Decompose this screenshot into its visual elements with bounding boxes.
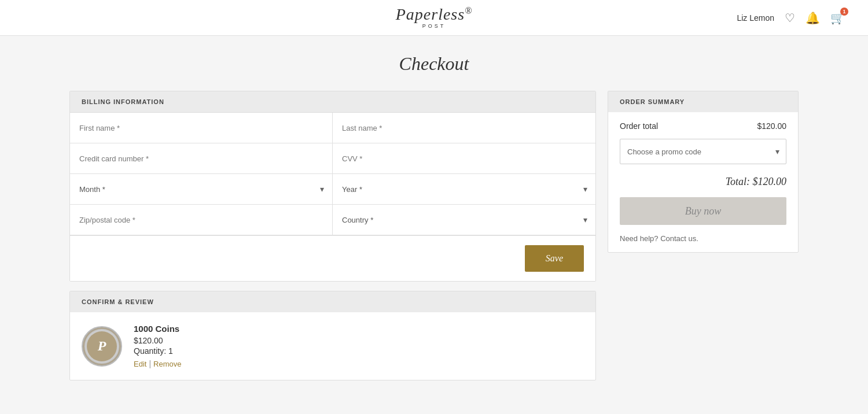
edit-link[interactable]: Edit (134, 360, 146, 368)
cvv-input[interactable] (333, 143, 595, 173)
contact-link[interactable]: Contact us. (660, 234, 698, 243)
remove-link[interactable]: Remove (153, 360, 181, 368)
last-name-input[interactable] (333, 113, 595, 143)
review-content: P 1000 Coins $120.00 Quantity: 1 Edit | … (70, 312, 595, 380)
billing-column: BILLING INFORMATION (69, 91, 596, 390)
year-select[interactable]: Year * 202420252026 202720282029 2030 (333, 174, 595, 204)
order-summary-body: Order total $120.00 Choose a promo code … (608, 112, 798, 252)
cvv-cell (333, 143, 595, 174)
product-actions: Edit | Remove (134, 359, 584, 368)
logo-text: Paperless® (396, 6, 473, 23)
year-cell: Year * 202420252026 202720282029 2030 (333, 174, 595, 205)
heart-icon[interactable]: ♡ (785, 11, 795, 25)
last-name-cell (333, 113, 595, 143)
summary-column: ORDER SUMMARY Order total $120.00 Choose… (608, 91, 799, 253)
notification-icon[interactable]: 🔔 (806, 11, 820, 25)
save-area: Save (70, 235, 595, 281)
logo: Paperless® POST (396, 6, 473, 29)
cart-icon[interactable]: 🛒 1 (830, 11, 845, 25)
review-section-header: CONFIRM & REVIEW (70, 291, 595, 312)
help-text: Need help? Contact us. (620, 234, 786, 243)
username: Liz Lemon (737, 13, 774, 23)
zip-cell (70, 205, 333, 235)
order-total-label: Order total (620, 121, 658, 131)
product-quantity: Quantity: 1 (134, 346, 584, 356)
cc-number-cell (70, 143, 333, 174)
product-name: 1000 Coins (134, 324, 584, 334)
buy-now-button[interactable]: Buy now (620, 197, 786, 225)
billing-form: Month * JanuaryFebruaryMarch AprilMayJun… (70, 112, 595, 235)
order-total-row: Order total $120.00 (620, 121, 786, 131)
page: Checkout BILLING INFORMATION (58, 36, 810, 407)
order-summary-box: ORDER SUMMARY Order total $120.00 Choose… (608, 91, 799, 253)
grand-total: Total: $120.00 (620, 176, 786, 188)
cc-number-input[interactable] (70, 143, 332, 173)
first-name-input[interactable] (70, 113, 332, 143)
zip-input[interactable] (70, 205, 332, 235)
coin-ring (83, 327, 121, 365)
month-cell: Month * JanuaryFebruaryMarch AprilMayJun… (70, 174, 333, 205)
action-separator: | (149, 359, 151, 368)
country-select[interactable]: Country * United States United Kingdom C… (333, 205, 595, 235)
order-total-amount: $120.00 (757, 121, 786, 131)
checkout-layout: BILLING INFORMATION (69, 91, 799, 390)
cart-badge: 1 (840, 8, 848, 16)
product-image: P (82, 326, 122, 367)
month-select[interactable]: Month * JanuaryFebruaryMarch AprilMayJun… (70, 174, 332, 204)
country-cell: Country * United States United Kingdom C… (333, 205, 595, 235)
product-price: $120.00 (134, 336, 584, 345)
header: Paperless® POST Liz Lemon ♡ 🔔 🛒 1 (0, 0, 868, 36)
first-name-cell (70, 113, 333, 143)
promo-wrapper: Choose a promo code ▾ (620, 139, 786, 164)
product-details: 1000 Coins $120.00 Quantity: 1 Edit | Re… (134, 324, 584, 368)
review-section: CONFIRM & REVIEW P 1000 Coins $120.00 Qu… (69, 291, 596, 380)
order-summary-header: ORDER SUMMARY (608, 91, 798, 112)
billing-section-header: BILLING INFORMATION (70, 91, 595, 112)
page-title: Checkout (69, 53, 799, 75)
logo-sub: POST (422, 23, 446, 29)
promo-select[interactable]: Choose a promo code (620, 139, 786, 164)
billing-section: BILLING INFORMATION (69, 91, 596, 282)
header-right: Liz Lemon ♡ 🔔 🛒 1 (434, 11, 845, 25)
save-button[interactable]: Save (525, 245, 584, 272)
